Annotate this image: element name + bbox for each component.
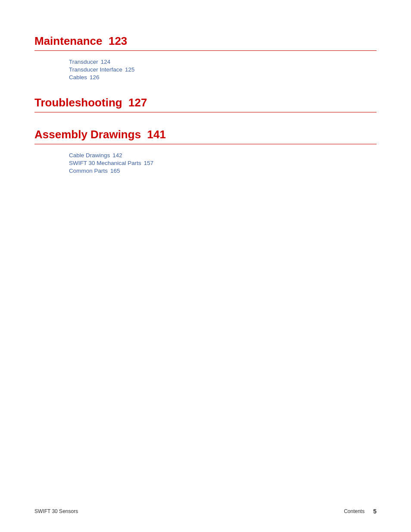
cable-drawings-link[interactable]: Cable Drawings — [69, 152, 110, 159]
footer-doc-name: SWIFT 30 Sensors — [34, 508, 78, 514]
footer-section-label: Contents — [344, 508, 364, 514]
list-item: Transducer 124 — [69, 59, 377, 65]
troubleshooting-title: Troubleshooting — [34, 96, 122, 109]
common-parts-page: 165 — [110, 168, 120, 174]
troubleshooting-section: Troubleshooting 127 — [34, 96, 377, 112]
list-item: Cable Drawings 142 — [69, 152, 377, 159]
assembly-title: Assembly Drawings — [34, 128, 141, 141]
maintenance-section: Maintenance 123 Transducer 124 Transduce… — [34, 34, 377, 81]
transducer-page: 124 — [101, 59, 111, 65]
transducer-interface-link[interactable]: Transducer Interface — [69, 66, 122, 73]
list-item: Common Parts 165 — [69, 168, 377, 174]
page-content: Maintenance 123 Transducer 124 Transduce… — [0, 0, 411, 224]
list-item: SWIFT 30 Mechanical Parts 157 — [69, 160, 377, 166]
swift30-mechanical-page: 157 — [144, 160, 154, 166]
transducer-link[interactable]: Transducer — [69, 59, 98, 65]
maintenance-number: 123 — [109, 34, 127, 47]
assembly-entries: Cable Drawings 142 SWIFT 30 Mechanical P… — [69, 152, 377, 174]
page-footer: SWIFT 30 Sensors Contents 5 — [34, 508, 377, 515]
assembly-section: Assembly Drawings 141 Cable Drawings 142… — [34, 128, 377, 174]
troubleshooting-header: Troubleshooting 127 — [34, 96, 377, 109]
cables-page: 126 — [90, 74, 100, 81]
cable-drawings-page: 142 — [112, 152, 122, 159]
assembly-divider — [34, 144, 377, 144]
footer-page-number: 5 — [373, 508, 377, 515]
troubleshooting-divider — [34, 112, 377, 112]
swift30-mechanical-link[interactable]: SWIFT 30 Mechanical Parts — [69, 160, 141, 166]
footer-right: Contents 5 — [344, 508, 377, 515]
cables-link[interactable]: Cables — [69, 74, 87, 81]
list-item: Cables 126 — [69, 74, 377, 81]
troubleshooting-number: 127 — [128, 96, 147, 109]
maintenance-entries: Transducer 124 Transducer Interface 125 … — [69, 59, 377, 81]
list-item: Transducer Interface 125 — [69, 66, 377, 73]
assembly-number: 141 — [147, 128, 166, 141]
transducer-interface-page: 125 — [125, 66, 135, 73]
maintenance-title: Maintenance — [34, 34, 103, 47]
common-parts-link[interactable]: Common Parts — [69, 168, 108, 174]
maintenance-header: Maintenance 123 — [34, 34, 377, 48]
assembly-header: Assembly Drawings 141 — [34, 128, 377, 141]
maintenance-divider — [34, 50, 377, 51]
